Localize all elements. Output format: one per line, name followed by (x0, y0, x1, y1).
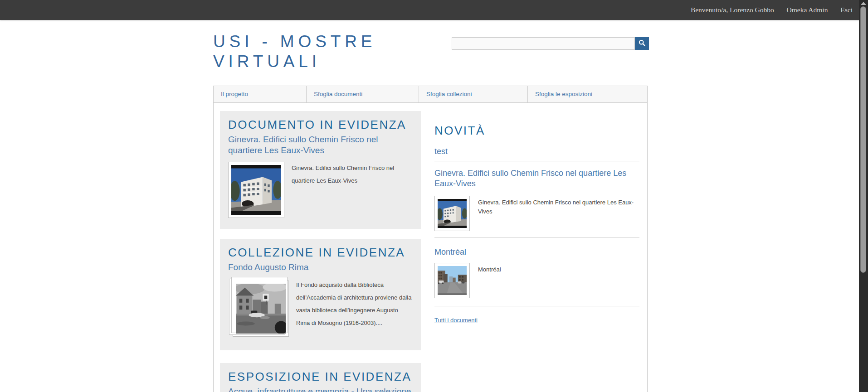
news-item-montreal-link[interactable]: Montréal (434, 247, 639, 257)
ginevra-apartment-building-photo[interactable] (228, 162, 284, 218)
featured-collection-record: Il Fondo acquisito dalla Biblioteca dell… (228, 279, 413, 339)
divider (434, 306, 639, 306)
featured-document-heading: DOCUMENTO IN EVIDENZA (228, 118, 413, 132)
featured-document-box: DOCUMENTO IN EVIDENZA Ginevra. Edifici s… (220, 111, 421, 229)
news-item-test-link[interactable]: test (434, 146, 639, 157)
featured-exhibit-box: ESPOSIZIONE IN EVIDENZA Acque, infrastru… (220, 363, 421, 392)
featured-collection-heading: COLLEZIONE IN EVIDENZA (228, 246, 413, 260)
featured-document-record: Ginevra. Edifici sullo Chemin Frisco nel… (228, 162, 413, 218)
welcome-text: Benvenuto/a, Lorenzo Gobbo (691, 0, 774, 20)
magnifier-search-icon (639, 39, 645, 48)
logout-link[interactable]: Esci (840, 0, 853, 20)
news-item-ginevra-record: Ginevra. Edifici sullo Chemin Frisco nel… (434, 196, 639, 231)
featured-exhibit-heading: ESPOSIZIONE IN EVIDENZA (228, 370, 413, 384)
tab-sfoglia-collezioni[interactable]: Sfoglia collezioni (419, 86, 528, 102)
news-column: NOVITÀ test Ginevra. Edifici sullo Chemi… (434, 111, 639, 324)
omeka-admin-link[interactable]: Omeka Admin (787, 0, 828, 20)
scrollbar-track[interactable] (859, 0, 868, 392)
divider (434, 161, 639, 161)
scrollbar-up-arrow-icon[interactable] (861, 2, 866, 5)
featured-collection-box: COLLEZIONE IN EVIDENZA Fondo Augusto Rim… (220, 239, 421, 350)
news-item-ginevra-caption: Ginevra. Edifici sullo Chemin Frisco nel… (478, 196, 639, 231)
news-item-montreal-record: Montréal (434, 263, 639, 298)
featured-column: DOCUMENTO IN EVIDENZA Ginevra. Edifici s… (220, 111, 421, 392)
featured-exhibit-link[interactable]: Acque, infrastrutture e memoria - Una se… (228, 386, 413, 392)
all-documents-link[interactable]: Tutti i documenti (434, 317, 478, 324)
main-container: Il progetto Sfoglia documenti Sfoglia co… (213, 86, 648, 392)
flood-street-bw-photo[interactable] (233, 281, 289, 337)
site-title[interactable]: USI - MOSTRE VIRTUALI (213, 32, 426, 72)
featured-collection-link[interactable]: Fondo Augusto Rima (228, 262, 413, 273)
featured-collection-caption: Il Fondo acquisito dalla Biblioteca dell… (296, 279, 413, 339)
featured-document-caption: Ginevra. Edifici sullo Chemin Frisco nel… (292, 162, 413, 218)
search-bar (452, 37, 649, 50)
featured-document-link[interactable]: Ginevra. Edifici sullo Chemin Frisco nel… (228, 134, 413, 156)
search-button[interactable] (635, 37, 649, 50)
tab-sfoglia-documenti[interactable]: Sfoglia documenti (307, 86, 419, 102)
tab-il-progetto[interactable]: Il progetto (214, 86, 307, 102)
news-item-ginevra-link[interactable]: Ginevra. Edifici sullo Chemin Frisco nel… (434, 168, 639, 189)
scrollbar-thumb[interactable] (860, 6, 866, 273)
news-item-montreal-caption: Montréal (478, 263, 501, 298)
divider (434, 237, 639, 238)
montreal-street-photo[interactable] (434, 263, 470, 298)
search-input[interactable] (452, 37, 635, 50)
primary-nav: Il progetto Sfoglia documenti Sfoglia co… (214, 86, 647, 103)
tab-sfoglia-esposizioni[interactable]: Sfoglia le esposizioni (528, 86, 647, 102)
ginevra-apartment-building-photo-small[interactable] (434, 196, 470, 231)
admin-bar: Benvenuto/a, Lorenzo Gobbo Omeka Admin E… (0, 0, 868, 20)
news-heading: NOVITÀ (434, 124, 639, 138)
